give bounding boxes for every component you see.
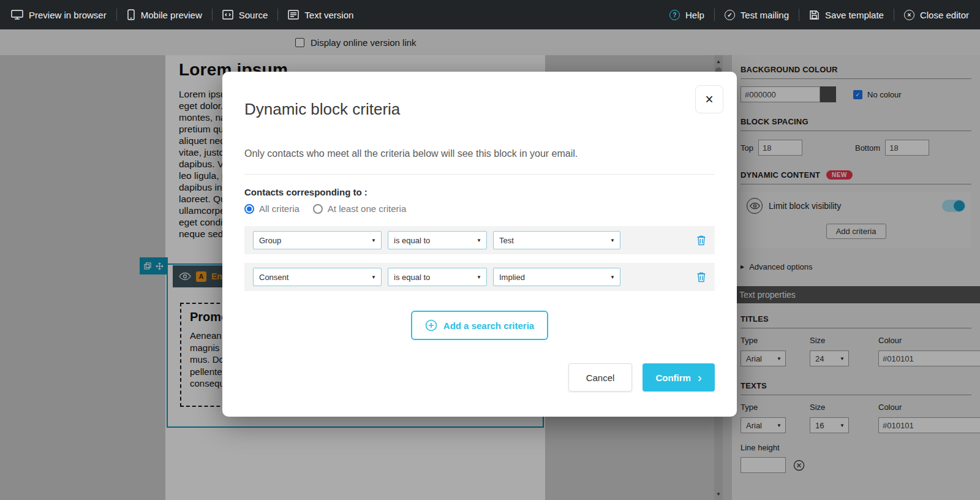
text-version-button[interactable]: Text version [287, 10, 355, 20]
save-template-button[interactable]: Save template [808, 10, 885, 20]
criteria-field-value: Consent [259, 273, 288, 282]
monitor-icon [11, 9, 23, 20]
cancel-button[interactable]: Cancel [568, 363, 632, 392]
add-search-criteria-label: Add a search criteria [443, 320, 534, 331]
criteria-field-select[interactable]: Consent ▼ [253, 268, 382, 286]
chevron-down-icon: ▼ [477, 238, 481, 243]
modal-actions: Cancel Confirm › [244, 363, 715, 392]
close-editor-button[interactable]: × Close editor [903, 10, 970, 20]
source-button[interactable]: Source [221, 10, 270, 20]
mobile-preview-label: Mobile preview [141, 10, 202, 20]
chevron-down-icon: ▼ [610, 275, 615, 280]
delete-criteria-button[interactable] [696, 271, 706, 282]
add-search-criteria-button[interactable]: Add a search criteria [411, 311, 548, 340]
criteria-value-value: Implied [499, 273, 525, 282]
topbar: Preview in browser Mobile preview Source… [0, 0, 980, 29]
modal-close-button[interactable]: × [695, 85, 723, 113]
contacts-corresponding-label: Contacts corresponding to : [244, 187, 715, 197]
criteria-value-select[interactable]: Implied ▼ [493, 268, 620, 286]
close-editor-label: Close editor [920, 10, 969, 20]
text-version-label: Text version [304, 10, 353, 20]
topbar-left: Preview in browser Mobile preview Source… [10, 0, 355, 29]
check-circle-icon: ✓ [725, 10, 735, 20]
criteria-value-select[interactable]: Test ▼ [493, 231, 620, 249]
preview-in-browser-label: Preview in browser [29, 10, 107, 20]
save-template-label: Save template [825, 10, 884, 20]
chevron-down-icon: ▼ [371, 238, 376, 243]
at-least-one-criteria-radio[interactable] [313, 204, 323, 214]
all-criteria-label: All criteria [259, 203, 300, 214]
help-button[interactable]: ? Help [668, 10, 706, 20]
close-circle-icon: × [904, 10, 914, 20]
text-document-icon [288, 10, 299, 20]
save-icon [809, 10, 820, 20]
chevron-down-icon: ▼ [610, 238, 615, 243]
plus-circle-icon [425, 319, 437, 331]
trash-icon [696, 271, 706, 282]
all-criteria-radio[interactable] [244, 204, 254, 214]
criteria-operator-value: is equal to [394, 236, 430, 245]
separator [212, 9, 213, 21]
criteria-operator-select[interactable]: is equal to ▼ [388, 231, 487, 249]
separator [799, 9, 799, 21]
test-mailing-button[interactable]: ✓ Test mailing [723, 10, 790, 20]
modal-title: Dynamic block criteria [244, 100, 715, 119]
criteria-field-select[interactable]: Group ▼ [253, 231, 382, 249]
separator [894, 9, 894, 21]
criteria-row: Consent ▼ is equal to ▼ Implied ▼ [244, 263, 715, 291]
criteria-field-value: Group [259, 236, 281, 245]
chevron-right-icon: › [698, 371, 702, 384]
separator [714, 9, 715, 21]
help-label: Help [685, 10, 704, 20]
preview-in-browser-button[interactable]: Preview in browser [10, 9, 108, 20]
test-mailing-label: Test mailing [741, 10, 789, 20]
criteria-mode-radios: All criteria At least one criteria [244, 203, 715, 214]
topbar-right: ? Help ✓ Test mailing Save template × Cl… [668, 0, 970, 29]
separator [277, 9, 278, 21]
phone-icon [127, 9, 135, 20]
criteria-operator-value: is equal to [394, 273, 430, 282]
chevron-down-icon: ▼ [477, 275, 481, 280]
criteria-operator-select[interactable]: is equal to ▼ [388, 268, 487, 286]
chevron-down-icon: ▼ [371, 275, 376, 280]
dynamic-block-criteria-modal: × Dynamic block criteria Only contacts w… [222, 72, 737, 417]
help-icon: ? [669, 10, 680, 20]
divider [244, 174, 715, 175]
trash-icon [696, 235, 706, 246]
criteria-row: Group ▼ is equal to ▼ Test ▼ [244, 226, 715, 254]
workspace: Display online version link Lorem ipsum … [0, 29, 980, 500]
confirm-button[interactable]: Confirm › [643, 363, 715, 392]
mobile-preview-button[interactable]: Mobile preview [126, 9, 203, 20]
source-code-icon [222, 10, 233, 20]
criteria-value-value: Test [499, 236, 514, 245]
delete-criteria-button[interactable] [696, 235, 706, 246]
at-least-one-criteria-label: At least one criteria [328, 203, 406, 214]
editor-screen: Preview in browser Mobile preview Source… [0, 0, 980, 500]
modal-description: Only contacts who meet all the criteria … [244, 148, 715, 159]
confirm-label: Confirm [655, 373, 691, 383]
separator [116, 9, 117, 21]
source-label: Source [239, 10, 268, 20]
